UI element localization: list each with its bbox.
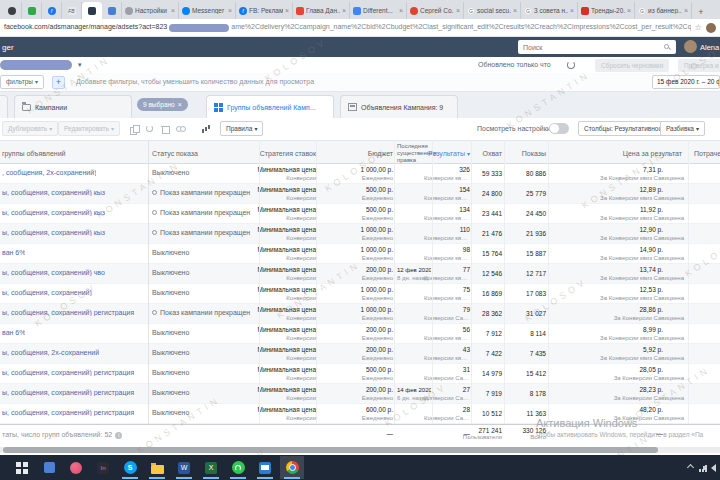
filters-button[interactable]: фильтры [0,75,44,89]
close-icon[interactable] [513,7,517,14]
adset-name-link[interactable]: ы, сообщения, сохранений) кыз [2,209,105,216]
pinned-tab[interactable] [22,2,42,19]
adset-name-link[interactable]: ы, сообщения, сохранений) регистрация [2,409,134,416]
browser-profile-avatar[interactable] [706,23,716,33]
chrome-icon[interactable] [280,456,304,479]
browser-tab[interactable]: Messenger [179,2,236,19]
pinned-tab[interactable] [2,2,22,19]
close-icon[interactable] [627,7,631,14]
close-icon[interactable] [456,7,460,14]
cube-icon[interactable] [37,456,61,479]
indesign-icon[interactable]: In [91,456,115,479]
adset-name-link[interactable]: ы, сообщения, сохранений) кыз [2,229,105,236]
table-row[interactable]: ы, сообщения, сохранений) регистрация По… [0,304,720,324]
col-impressions[interactable]: Показы [506,150,546,157]
browser-tab[interactable]: Gsocial secu... [464,2,521,19]
whatsapp-icon[interactable] [226,456,250,479]
close-icon[interactable] [342,7,346,14]
adset-name-link[interactable]: ы, сообщения, сохранений) регистрация [2,309,134,316]
table-row[interactable]: ы, сообщения, сохранений) регистрация Вы… [0,364,720,384]
address-bar[interactable]: facebook.com/adsmanager/manage/adsets?ac… [0,19,720,37]
table-row[interactable]: ы, сообщения, сохранений) кыз Показ камп… [0,224,720,244]
table-row[interactable]: ы, сообщения, сохранений) Выключено Мини… [0,284,720,304]
tab-ads[interactable]: Объявления Кампания: 9 [340,95,458,118]
skype-icon[interactable]: S [118,456,142,479]
col-status[interactable]: Статус показа [152,150,198,157]
browser-tab[interactable]: Gиз баннер... [635,2,692,19]
ab-test-icon[interactable] [146,125,153,132]
table-row[interactable]: ы, сообщения, 2х-сохранений Выключено Ми… [0,344,720,364]
account-name-redaction[interactable] [0,60,72,70]
mail-icon[interactable] [253,456,277,479]
adset-name-link[interactable]: ы, сообщения, 2х-сохранений [2,349,99,356]
clear-selection-icon[interactable] [178,98,182,111]
close-icon[interactable] [285,7,289,14]
col-budget[interactable]: Бюджет [318,150,393,157]
explorer-icon[interactable] [145,456,169,479]
start-icon[interactable] [10,456,34,479]
close-icon[interactable] [171,7,175,14]
excel-icon[interactable]: X [199,456,223,479]
edit-button[interactable]: Редактировать [58,121,120,136]
col-strategy[interactable]: Стратегия ставок [230,150,316,157]
table-row[interactable]: ы, сообщения, сохранений) кыз Показ камп… [0,184,720,204]
audience-icon[interactable] [176,125,185,133]
selection-badge[interactable]: 9 выбрано [137,98,188,111]
breakdown-button[interactable]: Разбивка [660,121,705,136]
browser-tab[interactable]: Сергей Со... [407,2,464,19]
charts-icon[interactable] [202,125,211,133]
browser-tab[interactable]: Тренды-20... [578,2,635,19]
user-menu[interactable]: Alena [700,43,720,52]
browser-tab[interactable]: G3 совета н... [521,2,578,19]
review-publish-button[interactable]: Проверка и публ [678,59,720,72]
scrollbar-thumb[interactable] [3,447,658,453]
volume-icon[interactable] [711,464,716,472]
pinned-tab[interactable]: FB [62,2,82,19]
adset-name-link[interactable]: , сообщения, 2х-сохранений) [2,169,96,176]
adset-name-link[interactable]: ы, сообщения, сохранений) чво [2,269,105,276]
browser-tab[interactable]: fFB: Реклама в... [236,2,293,19]
tab-campaigns[interactable]: Кампании [14,95,132,118]
adset-name-link[interactable]: ван 6% [2,329,25,336]
avatar[interactable] [684,40,697,53]
info-icon[interactable] [115,432,122,439]
adset-name-link[interactable]: ван 6% [2,249,25,256]
bookmark-star-icon[interactable]: ☆ [695,23,702,32]
add-filter-button[interactable] [52,76,65,89]
col-name[interactable]: группы объявлений [2,150,65,157]
col-results-sorted[interactable]: Результаты [420,150,470,157]
new-tab-button[interactable] [694,5,708,19]
table-row[interactable]: ы, сообщения, сохранений) регистрация Вы… [0,384,720,404]
col-spent[interactable]: Потрачен [694,150,720,157]
rules-button[interactable]: Правила [220,121,263,136]
browser-tab[interactable]: Настройки [122,2,179,19]
browser-tab[interactable]: Глава Дан... [293,2,350,19]
date-range-picker[interactable]: 15 фев 2020 г. – 20 ф [652,75,720,89]
duplicate-button[interactable]: Дублировать [2,121,58,136]
col-cost[interactable]: Цена за результат [560,150,682,157]
view-settings-toggle[interactable] [549,123,569,134]
pinned-tab[interactable] [102,2,122,19]
browser-tab[interactable]: Different... [350,2,407,19]
table-row[interactable]: ы, сообщения, сохранений) чво Выключено … [0,264,720,284]
ads-manager-logo[interactable]: ger [2,43,14,52]
account-dropdown-caret-icon[interactable]: ▾ [78,61,82,69]
word-icon[interactable]: W [172,456,196,479]
photos-icon[interactable] [64,456,88,479]
close-icon[interactable] [684,7,688,14]
close-icon[interactable] [399,7,403,14]
search-input[interactable] [518,40,676,54]
discard-drafts-button[interactable]: Сбросить черновики [595,59,669,72]
copy-icon[interactable] [130,125,139,133]
adset-name-link[interactable]: ы, сообщения, сохранений) кыз [2,189,105,196]
tab-fragment[interactable]: а [0,95,8,118]
pinned-tab[interactable] [82,2,102,19]
tab-adsets[interactable]: Группы объявлений Камп... [206,95,334,118]
pinned-tab[interactable]: f [42,2,62,19]
horizontal-scrollbar[interactable] [0,447,720,453]
adset-name-link[interactable]: ы, сообщения, сохранений) регистрация [2,369,134,376]
tray-chevron-icon[interactable] [687,464,694,471]
close-icon[interactable] [570,7,574,14]
adset-name-link[interactable]: ы, сообщения, сохранений) [2,289,92,296]
table-row[interactable]: ван 6% Выключено Минимальная ценаКонверс… [0,324,720,344]
